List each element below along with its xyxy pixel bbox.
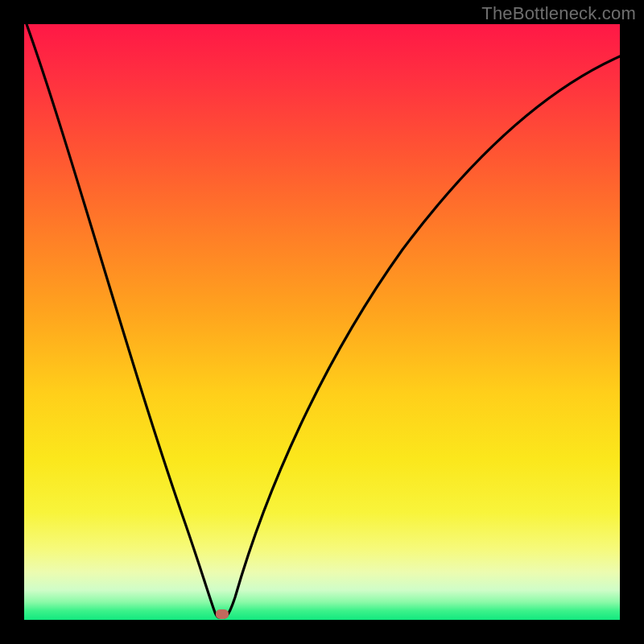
bottleneck-curve (27, 24, 620, 617)
curve-layer (24, 24, 620, 620)
watermark-text: TheBottleneck.com (481, 3, 636, 24)
chart-frame: TheBottleneck.com (0, 0, 644, 644)
plot-area (24, 24, 620, 620)
optimal-point-marker (216, 609, 229, 619)
